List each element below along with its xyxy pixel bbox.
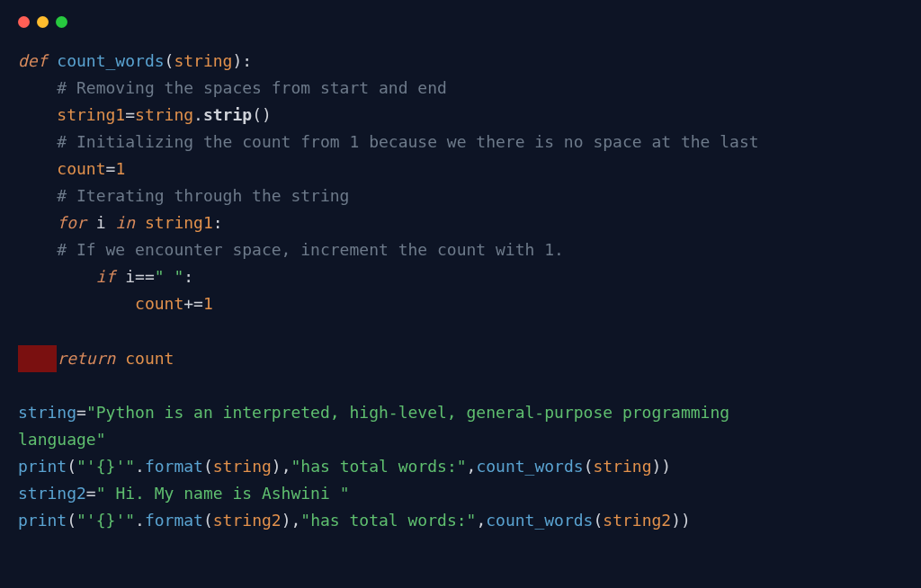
variable: string xyxy=(135,105,193,124)
paren: )) xyxy=(652,457,672,476)
close-icon[interactable] xyxy=(18,16,30,28)
function-call: count_words xyxy=(486,511,593,530)
keyword-for: for xyxy=(18,213,86,232)
comment: # Removing the spaces from start and end xyxy=(18,78,447,97)
arg: string xyxy=(593,457,651,476)
number: 1 xyxy=(115,159,125,178)
variable: count xyxy=(18,294,183,313)
builtin-print: print xyxy=(18,511,67,530)
paren: ( xyxy=(67,457,76,476)
dot: . xyxy=(135,511,145,530)
string-literal: " Hi. My name is Ashwini " xyxy=(96,484,350,503)
op: = xyxy=(76,403,86,422)
error-highlight xyxy=(18,345,57,372)
param: string xyxy=(174,51,232,70)
paren: ( xyxy=(203,511,213,530)
method-format: format xyxy=(145,511,203,530)
variable: string2 xyxy=(18,484,86,503)
colon: : xyxy=(183,267,193,286)
comma: , xyxy=(467,457,477,476)
window-titlebar xyxy=(18,16,903,28)
paren: ( xyxy=(165,51,174,70)
keyword-if: if xyxy=(18,267,115,286)
comma: , xyxy=(476,511,486,530)
dot: . xyxy=(193,105,203,124)
comment: # If we encounter space, increment the c… xyxy=(18,240,564,259)
method: strip xyxy=(203,105,252,124)
op: = xyxy=(106,159,116,178)
string-literal: "'{}'" xyxy=(76,511,135,530)
string-literal-cont: language" xyxy=(18,430,106,449)
string-literal: "has total words:" xyxy=(291,457,467,476)
method-format: format xyxy=(145,457,203,476)
variable: string xyxy=(18,403,76,422)
paren: ( xyxy=(584,457,594,476)
variable: string1 xyxy=(135,213,213,232)
arg: string2 xyxy=(603,511,671,530)
string-literal: " " xyxy=(155,267,184,286)
variable: count xyxy=(18,159,106,178)
call: () xyxy=(252,105,272,124)
paren: )) xyxy=(671,511,691,530)
dot: . xyxy=(135,457,145,476)
op-eq: == xyxy=(135,267,155,286)
op: = xyxy=(86,484,96,503)
op: += xyxy=(183,294,203,313)
function-name: count_words xyxy=(48,51,165,70)
var-i: i xyxy=(115,267,135,286)
paren-comma: ), xyxy=(272,457,291,476)
keyword-def: def xyxy=(18,51,48,70)
maximize-icon[interactable] xyxy=(56,16,67,28)
loop-var: i xyxy=(86,213,116,232)
code-window: def count_words(string): # Removing the … xyxy=(0,0,921,588)
minimize-icon[interactable] xyxy=(37,16,49,28)
comment: # Iterating through the string xyxy=(18,186,349,205)
colon: : xyxy=(213,213,223,232)
paren: ( xyxy=(203,457,213,476)
arg: string xyxy=(213,457,272,476)
paren: ( xyxy=(593,511,603,530)
op: = xyxy=(125,105,135,124)
string-literal: "has total words:" xyxy=(300,511,476,530)
paren-comma: ), xyxy=(282,511,301,530)
variable: string1 xyxy=(18,105,125,124)
variable: count xyxy=(115,349,174,368)
code-block: def count_words(string): # Removing the … xyxy=(18,48,903,534)
function-call: count_words xyxy=(476,457,583,476)
string-literal: "'{}'" xyxy=(76,457,135,476)
number: 1 xyxy=(203,294,213,313)
comment: # Initializing the count from 1 because … xyxy=(18,132,759,151)
keyword-in: in xyxy=(115,213,135,232)
arg: string2 xyxy=(213,511,282,530)
keyword-return: return xyxy=(57,349,115,368)
string-literal: "Python is an interpreted, high-level, g… xyxy=(86,403,739,422)
paren: ( xyxy=(67,511,76,530)
paren-colon: ): xyxy=(232,51,252,70)
builtin-print: print xyxy=(18,457,67,476)
